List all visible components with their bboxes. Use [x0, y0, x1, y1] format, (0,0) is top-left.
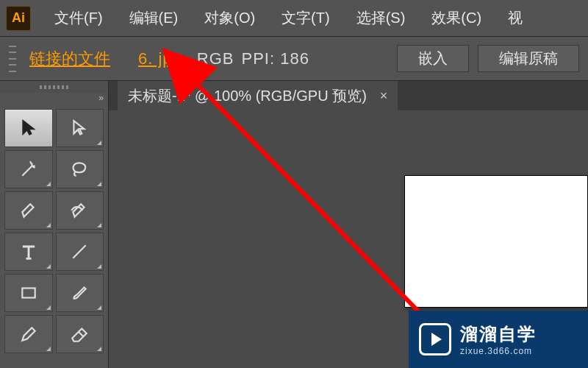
cursor-outline-icon: [70, 118, 89, 138]
embed-button[interactable]: 嵌入: [397, 45, 469, 72]
watermark-badge: 溜溜自学 zixue.3d66.com: [409, 311, 588, 368]
magic-wand-icon: [19, 160, 38, 179]
pencil-icon: [19, 325, 38, 344]
line-icon: [70, 242, 89, 261]
ppi-label: PPI: 186: [242, 49, 309, 68]
chevron-icon: »: [98, 93, 104, 105]
menu-view-partial[interactable]: 视: [499, 4, 531, 32]
artboard[interactable]: [404, 175, 588, 308]
menu-bar: Ai 文件(F) 编辑(E) 对象(O) 文字(T) 选择(S) 效果(C) 视: [0, 0, 588, 37]
tools-panel: »: [0, 81, 109, 368]
selection-tool[interactable]: [4, 109, 53, 147]
menu-file[interactable]: 文件(F): [46, 4, 112, 32]
linked-filename[interactable]: 6. jpg: [138, 49, 182, 68]
menu-type[interactable]: 文字(T): [273, 4, 339, 32]
direct-selection-tool[interactable]: [56, 109, 104, 147]
document-tabstrip: 未标题-1* @ 100% (RGB/GPU 预览) ×: [109, 81, 588, 110]
panel-drag-handle[interactable]: [0, 81, 108, 93]
watermark-title: 溜溜自学: [460, 322, 537, 346]
panel-collapse[interactable]: »: [0, 93, 108, 105]
type-tool[interactable]: [4, 233, 53, 271]
svg-rect-0: [22, 289, 35, 298]
eraser-icon: [70, 325, 89, 344]
menu-object[interactable]: 对象(O): [196, 4, 264, 32]
paintbrush-tool[interactable]: [56, 274, 104, 312]
gripper-icon: [9, 46, 16, 72]
cursor-icon: [19, 118, 38, 138]
linked-file-label[interactable]: 链接的文件: [29, 48, 110, 70]
app-logo: Ai: [6, 6, 31, 31]
edit-original-button[interactable]: 编辑原稿: [478, 45, 579, 72]
lasso-icon: [70, 160, 89, 179]
rectangle-icon: [19, 283, 38, 302]
document-tab[interactable]: 未标题-1* @ 100% (RGB/GPU 预览) ×: [118, 81, 398, 110]
watermark-url: zixue.3d66.com: [460, 346, 537, 356]
lasso-tool[interactable]: [56, 150, 104, 188]
control-bar: 链接的文件 6. jpg RGB PPI: 186 嵌入 编辑原稿: [0, 37, 588, 81]
brush-icon: [70, 283, 89, 302]
menu-effect[interactable]: 效果(C): [423, 4, 490, 32]
curvature-tool[interactable]: [56, 191, 104, 230]
magic-wand-tool[interactable]: [4, 150, 53, 188]
rectangle-tool[interactable]: [4, 274, 53, 312]
menu-select[interactable]: 选择(S): [348, 4, 415, 32]
close-tab-button[interactable]: ×: [380, 88, 388, 104]
pencil-tool[interactable]: [4, 315, 53, 353]
color-mode-label: RGB: [197, 49, 234, 68]
line-tool[interactable]: [56, 233, 104, 271]
pen-icon: [19, 201, 38, 220]
eraser-tool[interactable]: [56, 315, 104, 353]
document-tab-label: 未标题-1* @ 100% (RGB/GPU 预览): [128, 86, 367, 106]
menu-edit[interactable]: 编辑(E): [121, 4, 187, 32]
type-icon: [18, 241, 39, 262]
curvature-pen-icon: [70, 201, 89, 220]
play-icon: [419, 323, 451, 355]
pen-tool[interactable]: [4, 191, 53, 230]
